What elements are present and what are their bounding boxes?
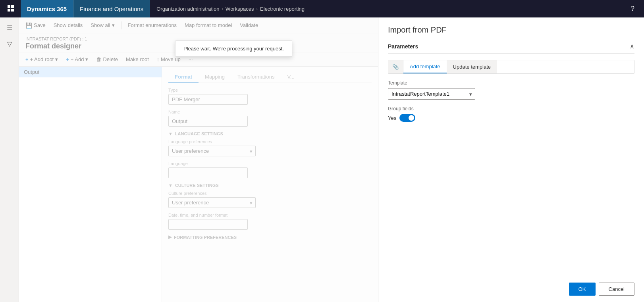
import-panel-footer: OK Cancel	[378, 276, 644, 302]
parameters-header: Parameters ∧	[388, 39, 634, 54]
template-select[interactable]: IntrastatReportTemplate1	[388, 88, 475, 100]
brand-dynamics365[interactable]: Dynamics 365	[21, 0, 73, 17]
svg-rect-0	[8, 5, 10, 8]
svg-rect-3	[11, 9, 14, 12]
overlay	[19, 17, 378, 302]
import-panel: Import from PDF Parameters ∧ 📎 Add templ…	[378, 17, 644, 302]
left-sidebar: ☰ ▽	[0, 17, 19, 302]
ok-button[interactable]: OK	[569, 283, 596, 296]
template-form-field: Template IntrastatReportTemplate1	[388, 80, 634, 100]
group-fields-form-field: Group fields Yes	[388, 106, 634, 122]
chevron-icon: ›	[222, 6, 223, 11]
brand-finance-operations[interactable]: Finance and Operations	[73, 0, 150, 17]
parameters-section: Parameters ∧ 📎 Add template Update templ…	[378, 39, 644, 276]
parameters-collapse-button[interactable]: ∧	[630, 42, 634, 50]
import-panel-title: Import from PDF	[388, 25, 634, 35]
hamburger-menu-icon[interactable]: ☰	[2, 21, 17, 35]
filter-icon[interactable]: ▽	[2, 37, 17, 51]
add-template-button[interactable]: Add template	[403, 60, 447, 73]
import-panel-header: Import from PDF	[378, 17, 644, 39]
toast-message: Please wait. We're processing your reque…	[175, 40, 292, 57]
template-select-wrapper: IntrastatReportTemplate1	[388, 88, 475, 100]
breadcrumb: Organization administration › Workspaces…	[150, 6, 311, 12]
attach-icon-button[interactable]: 📎	[388, 60, 403, 73]
content-area: 💾 Save Show details Show all ▾ Format en…	[19, 17, 378, 302]
cancel-button[interactable]: Cancel	[599, 283, 634, 296]
apps-grid-icon[interactable]	[5, 2, 17, 15]
parameters-title: Parameters	[388, 43, 418, 50]
top-navigation: Dynamics 365 Finance and Operations Orga…	[0, 0, 644, 17]
group-fields-toggle-wrapper: Yes	[388, 114, 634, 122]
attach-icon: 📎	[392, 64, 399, 70]
group-fields-toggle[interactable]	[399, 114, 415, 122]
help-icon[interactable]: ?	[626, 5, 639, 12]
svg-rect-2	[8, 9, 10, 12]
update-template-button[interactable]: Update template	[447, 60, 497, 73]
template-buttons-group: 📎 Add template Update template	[388, 60, 634, 74]
chevron-icon: ›	[256, 6, 258, 11]
svg-rect-1	[11, 5, 14, 8]
